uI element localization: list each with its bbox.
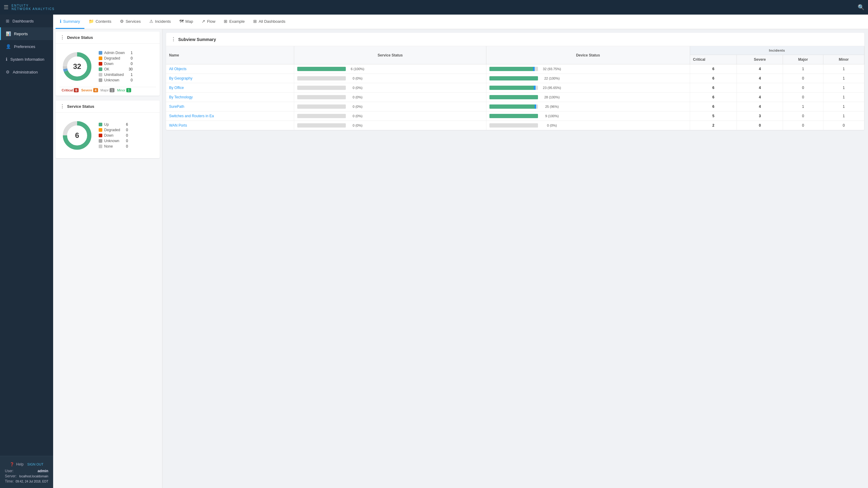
uninit-color bbox=[99, 73, 102, 77]
minor-count: 1 bbox=[824, 83, 864, 93]
search-icon[interactable]: 🔍 bbox=[858, 4, 864, 11]
minor-count: 1 bbox=[824, 112, 864, 121]
device-total: 32 bbox=[73, 62, 81, 71]
svc-none-color bbox=[99, 145, 102, 148]
app-logo: ENTUITY NETWORK ANALYTICS bbox=[11, 4, 55, 11]
subview-menu[interactable]: ⋮ bbox=[171, 36, 176, 42]
minor-count: 1 bbox=[824, 64, 864, 74]
dashboards-icon: ⊞ bbox=[6, 19, 9, 23]
service-status-title: Service Status bbox=[67, 104, 94, 109]
device-bar-cell: 23 (95.65%) bbox=[486, 83, 690, 93]
critical-count: 5 bbox=[690, 112, 737, 121]
device-bar-cell: 25 (96%) bbox=[486, 102, 690, 112]
row-name-link[interactable]: WAN Ports bbox=[169, 123, 187, 127]
row-name-link[interactable]: Switches and Routers in Ea bbox=[169, 114, 214, 118]
svc-unknown-color bbox=[99, 139, 102, 143]
server-label: Server: bbox=[5, 474, 17, 478]
svc-legend-none: None 0 bbox=[99, 144, 128, 149]
major-count: 0 bbox=[783, 121, 824, 130]
tab-summary[interactable]: ℹ Summary bbox=[56, 14, 84, 29]
sign-out-button[interactable]: SIGN OUT bbox=[27, 462, 43, 466]
sidebar-item-reports[interactable]: 📊 Reports bbox=[0, 27, 53, 40]
major-count: 1 bbox=[783, 64, 824, 74]
svc-legend-down: Down 0 bbox=[99, 133, 128, 138]
user-label: User: bbox=[5, 469, 14, 473]
admin-down-color bbox=[99, 51, 102, 55]
major-count: 0 bbox=[783, 74, 824, 83]
critical-count: 6 bbox=[690, 102, 737, 112]
service-bar-cell: 0 (0%) bbox=[294, 93, 486, 102]
device-bar-cell: 9 (100%) bbox=[486, 112, 690, 121]
services-icon: ⚙ bbox=[120, 19, 124, 24]
service-donut-chart: 6 bbox=[60, 119, 94, 152]
flow-icon: ↗ bbox=[202, 19, 205, 24]
tab-flow[interactable]: ↗ Flow bbox=[197, 14, 219, 29]
device-bar-cell: 22 (100%) bbox=[486, 74, 690, 83]
table-row: Switches and Routers in Ea 0 (0%) 9 (100… bbox=[166, 112, 864, 121]
legend-degraded: Degraded 0 bbox=[99, 56, 133, 60]
minor-count: 1 bbox=[824, 74, 864, 83]
row-name-link[interactable]: SurePath bbox=[169, 104, 184, 109]
tab-all-dashboards[interactable]: ⊞ All Dashboards bbox=[249, 14, 290, 29]
col-severe: Severe bbox=[737, 55, 783, 64]
row-name-link[interactable]: By Office bbox=[169, 86, 184, 90]
severe-count: 4 bbox=[737, 74, 783, 83]
system-info-icon: ℹ bbox=[6, 57, 7, 62]
minor-count: 1 bbox=[824, 93, 864, 102]
service-bar-cell: 0 (0%) bbox=[294, 83, 486, 93]
col-name: Name bbox=[166, 46, 294, 64]
table-row: By Geography 0 (0%) 22 (100%) 6401 bbox=[166, 74, 864, 83]
server-value: localhost.localdomain bbox=[19, 475, 48, 478]
sidebar-item-system-information[interactable]: ℹ System Information bbox=[0, 53, 53, 66]
hamburger-icon[interactable]: ☰ bbox=[4, 4, 8, 11]
row-name-link[interactable]: By Technology bbox=[169, 95, 193, 99]
table-row: WAN Ports 0 (0%) 0 (0%) 2000 bbox=[166, 121, 864, 130]
tab-contents[interactable]: 📁 Contents bbox=[84, 14, 116, 29]
col-device-status: Device Status bbox=[486, 46, 690, 64]
svc-legend-degraded: Degraded 0 bbox=[99, 128, 128, 132]
summary-icon: ℹ bbox=[60, 19, 61, 24]
col-service-status: Service Status bbox=[294, 46, 486, 64]
severe-count: 4 bbox=[737, 93, 783, 102]
table-row: All Objects 6 (100%) 32 (93.75%) 6411 bbox=[166, 64, 864, 74]
service-bar-cell: 6 (100%) bbox=[294, 64, 486, 74]
tab-example[interactable]: ⊞ Example bbox=[219, 14, 249, 29]
critical-count: 6 bbox=[690, 93, 737, 102]
administration-icon: ⚙ bbox=[6, 69, 10, 74]
row-name-link[interactable]: By Geography bbox=[169, 76, 192, 81]
device-status-title: Device Status bbox=[67, 35, 93, 40]
severe-count: 0 bbox=[737, 121, 783, 130]
device-widget-menu[interactable]: ⋮ bbox=[60, 35, 65, 40]
tab-services[interactable]: ⚙ Services bbox=[116, 14, 145, 29]
legend-admin-down: Admin Down 1 bbox=[99, 51, 133, 55]
help-link[interactable]: ❓ Help SIGN OUT bbox=[5, 460, 48, 469]
sidebar-item-dashboards[interactable]: ⊞ Dashboards bbox=[0, 14, 53, 27]
sidebar-item-preferences[interactable]: 👤 Preferences bbox=[0, 40, 53, 53]
col-incidents-group: Incidents bbox=[690, 46, 864, 55]
svc-legend-unknown: Unknown 0 bbox=[99, 139, 128, 143]
legend-down: Down 0 bbox=[99, 62, 133, 66]
unknown-color bbox=[99, 78, 102, 82]
device-bar-cell: 32 (93.75%) bbox=[486, 64, 690, 74]
device-bar-cell: 0 (0%) bbox=[486, 121, 690, 130]
service-bar-cell: 0 (0%) bbox=[294, 112, 486, 121]
reports-icon: 📊 bbox=[6, 31, 11, 36]
tab-incidents[interactable]: ⚠ Incidents bbox=[145, 14, 175, 29]
table-row: By Office 0 (0%) 23 (95.65%) 6401 bbox=[166, 83, 864, 93]
critical-count: 6 bbox=[690, 83, 737, 93]
legend-ok: OK 30 bbox=[99, 67, 133, 71]
main-panel: ⋮ Subview Summary Name Service Status De… bbox=[162, 29, 868, 488]
svc-up-color bbox=[99, 123, 102, 126]
service-widget-menu[interactable]: ⋮ bbox=[60, 103, 65, 109]
example-icon: ⊞ bbox=[224, 19, 227, 24]
row-name-link[interactable]: All Objects bbox=[169, 67, 186, 71]
tab-map[interactable]: 🗺 Map bbox=[175, 14, 197, 29]
critical-count: 2 bbox=[690, 121, 737, 130]
user-value: admin bbox=[38, 469, 48, 473]
contents-icon: 📁 bbox=[89, 19, 94, 24]
minor-count: 0 bbox=[824, 121, 864, 130]
sidebar-item-administration[interactable]: ⚙ Administration bbox=[0, 66, 53, 78]
incidents-icon: ⚠ bbox=[149, 19, 153, 24]
major-count: 0 bbox=[783, 112, 824, 121]
time-value: 09:42, 24 Jul 2018, EDT bbox=[16, 480, 48, 483]
